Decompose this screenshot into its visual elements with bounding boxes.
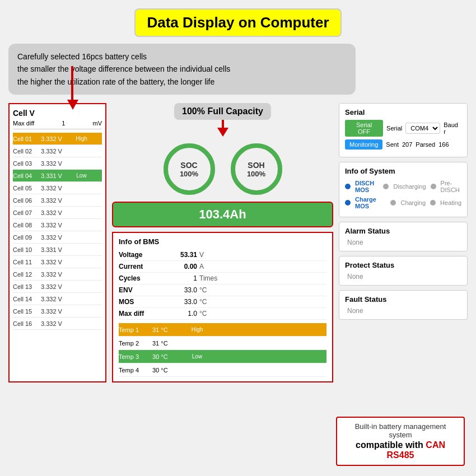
cell-badge: Low — [72, 172, 91, 179]
cell-value: 3.331 V — [41, 172, 72, 179]
cell-name: Cell 04 — [13, 172, 41, 179]
bms-val: 0.00 — [164, 263, 197, 270]
bms-key: Max diff — [119, 310, 164, 318]
cell-name: Cell 11 — [13, 259, 41, 265]
bottom-note: Built-in battery management system compa… — [336, 417, 465, 466]
serial-box: Serial Serial OFF Serial COM4 Baud r Mon… — [339, 103, 468, 157]
cell-row: Cell 093.332 V — [13, 231, 102, 244]
cell-value: 3.332 V — [41, 234, 72, 241]
cell-panel-title: Cell V — [13, 109, 102, 118]
heating-label: Heating — [440, 199, 461, 206]
bottom-note-prefix: compatible with — [356, 440, 426, 450]
bms-unit: A — [197, 263, 220, 270]
bms-row: Max diff1.0°C — [119, 308, 326, 320]
bms-row: Voltage53.31V — [119, 249, 326, 261]
fault-value: None — [345, 307, 461, 315]
parsed-value: 166 — [438, 141, 449, 148]
cell-row: Cell 103.331 V — [13, 244, 102, 256]
max-diff-label: Max diff — [13, 120, 34, 127]
cell-rows: Cell 013.332 VHighCell 023.332 VCell 033… — [13, 133, 102, 330]
info-line1: Carefully selected 16pcs battery cells — [17, 50, 347, 63]
bms-row: Cycles1Times — [119, 273, 326, 284]
cell-name: Cell 15 — [13, 308, 41, 315]
max-diff-value: 1 — [62, 120, 65, 127]
temp-row: Temp 330 °CLow — [119, 350, 326, 363]
soc-label: SOC 100% — [180, 161, 198, 178]
com-port-select[interactable]: COM4 — [405, 123, 440, 134]
system-box: Info of System DISCH MOS Discharging Pre… — [339, 162, 468, 217]
cell-row: Cell 063.332 V — [13, 194, 102, 207]
cell-value: 3.332 V — [41, 197, 72, 204]
cell-row: Cell 033.332 V — [13, 157, 102, 170]
cell-value: 3.332 V — [41, 148, 72, 155]
cell-value: 3.332 V — [41, 271, 72, 278]
cell-value: 3.332 V — [41, 296, 72, 302]
bottom-note-line2: compatible with CAN RS485 — [345, 440, 456, 460]
cell-value: 3.332 V — [41, 320, 72, 327]
cell-panel: Cell V Max diff 1 mV Cell 013.332 VHighC… — [8, 103, 106, 382]
serial-label: Serial — [386, 125, 402, 132]
system-title: Info of System — [345, 167, 461, 175]
cell-row: Cell 153.332 V — [13, 305, 102, 318]
serial-row-2: Monitoring Sent 207 Parsed 166 — [345, 139, 461, 150]
cell-name: Cell 01 — [13, 136, 41, 142]
cell-row: Cell 163.332 V — [13, 318, 102, 330]
bms-val: 33.0 — [164, 298, 197, 306]
temp-val: 31 °C — [152, 340, 186, 347]
temp-name: Temp 3 — [119, 353, 152, 360]
cell-row: Cell 123.332 V — [13, 268, 102, 281]
bms-val: 1 — [164, 274, 197, 282]
cell-name: Cell 14 — [13, 296, 41, 302]
charging-dot — [390, 200, 396, 206]
cell-name: Cell 02 — [13, 148, 41, 155]
bms-val: 1.0 — [164, 310, 197, 318]
cell-name: Cell 05 — [13, 185, 41, 192]
system-row-1: DISCH MOS Discharging Pre-DISCH — [345, 180, 461, 193]
cell-name: Cell 16 — [13, 320, 41, 327]
right-panel: Serial Serial OFF Serial COM4 Baud r Mon… — [339, 103, 468, 382]
cell-row: Cell 143.332 V — [13, 293, 102, 305]
alarm-value: None — [345, 239, 461, 246]
predisch-label: Pre-DISCH — [441, 180, 461, 193]
serial-title: Serial — [345, 108, 461, 116]
bms-key: Voltage — [119, 251, 164, 259]
bms-unit: V — [197, 251, 220, 259]
cell-name: Cell 10 — [13, 246, 41, 253]
baud-label: Baud r — [444, 122, 461, 135]
bms-unit: °C — [197, 310, 220, 318]
discharging-dot — [383, 184, 389, 189]
middle-panel: 100% Full Capacity SOC 100% — [112, 103, 333, 382]
capacity-label-area: 100% Full Capacity — [112, 103, 333, 137]
cell-name: Cell 03 — [13, 160, 41, 167]
bottom-note-line1: Built-in battery management system — [345, 422, 456, 439]
cell-value: 3.332 V — [41, 283, 72, 290]
cell-value: 3.332 V — [41, 185, 72, 192]
bms-unit: °C — [197, 286, 220, 294]
cell-row: Cell 113.332 V — [13, 256, 102, 268]
charge-mos-dot — [345, 200, 351, 206]
bms-val: 53.31 — [164, 251, 197, 259]
sent-value: 207 — [402, 141, 412, 148]
protect-title: Protect Status — [345, 261, 461, 269]
monitoring-button[interactable]: Monitoring — [345, 139, 382, 150]
alarm-box: Alarm Status None — [339, 222, 468, 251]
temp-badge: Low — [186, 352, 208, 361]
bms-row: Current0.00A — [119, 261, 326, 273]
disch-mos-dot — [345, 184, 351, 189]
cell-row: Cell 133.332 V — [13, 281, 102, 293]
temp-name: Temp 2 — [119, 340, 152, 347]
bms-unit: Times — [197, 274, 220, 282]
temp-name: Temp 1 — [119, 326, 152, 333]
capacity-label: 100% Full Capacity — [174, 103, 271, 120]
bms-rows: Voltage53.31VCurrent0.00ACycles1TimesENV… — [119, 249, 326, 320]
charging-label: Charging — [400, 199, 426, 206]
protect-value: None — [345, 273, 461, 281]
bms-row: MOS33.0°C — [119, 296, 326, 308]
charge-mos-label: Charge MOS — [355, 196, 386, 209]
cell-row: Cell 083.332 V — [13, 219, 102, 231]
bms-key: Cycles — [119, 274, 164, 282]
fault-box: Fault Status None — [339, 290, 468, 320]
cell-row: Cell 043.331 VLow — [13, 170, 102, 182]
cell-name: Cell 13 — [13, 283, 41, 290]
serial-off-button[interactable]: Serial OFF — [345, 120, 383, 137]
